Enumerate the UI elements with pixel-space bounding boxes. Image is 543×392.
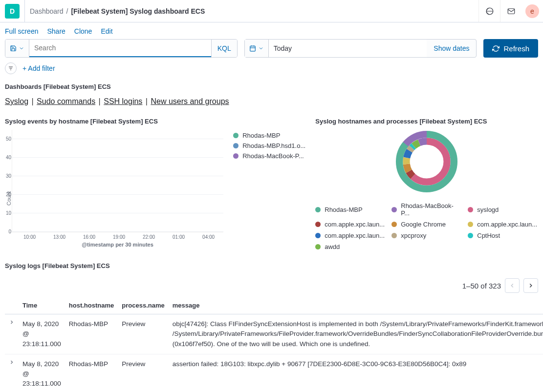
legend-item[interactable]: com.apple.xpc.laun...	[315, 221, 384, 228]
disk-icon	[10, 45, 17, 52]
app-icon[interactable]: D	[5, 4, 20, 19]
avatar[interactable]: e	[525, 4, 539, 18]
dashboard-menubar: Full screen Share Clone Edit	[0, 22, 543, 39]
page-title: [Filebeat System] Syslog dashboard ECS	[71, 7, 205, 15]
search-box: KQL	[5, 39, 238, 58]
legend-label: com.apple.xpc.laun...	[477, 221, 537, 228]
query-bar: KQL Today Show dates Refresh	[0, 39, 543, 62]
app-letter: D	[10, 7, 15, 15]
refresh-icon	[492, 45, 500, 52]
logs-panel-title: Syslog logs [Filebeat System] ECS	[5, 259, 538, 274]
swatch-icon	[468, 222, 473, 227]
newsfeed-icon[interactable]	[478, 0, 500, 22]
legend-label: syslogd	[477, 206, 499, 213]
calendar-icon	[249, 45, 256, 52]
pagination-label: 1–50 of 323	[462, 282, 501, 290]
swatch-icon	[391, 233, 397, 238]
svg-rect-2	[250, 46, 255, 51]
legend-item[interactable]: Rhodas-MBP.hsd1.o...	[233, 142, 305, 149]
col-time[interactable]: Time	[19, 297, 65, 314]
date-picker-button[interactable]	[245, 40, 269, 57]
date-box: Today Show dates	[244, 39, 477, 58]
next-page-button[interactable]	[523, 278, 538, 293]
nav-sudo[interactable]: Sudo commands	[37, 97, 95, 105]
chevron-down-icon	[258, 45, 264, 51]
donut-legend: Rhodas-MBPRhodas-MacBook-P...syslogdcom.…	[315, 202, 538, 250]
legend-label: com.apple.xpc.laun...	[325, 232, 385, 239]
show-dates-link[interactable]: Show dates	[427, 44, 476, 52]
legend-item[interactable]: Rhodas-MacBook-P...	[391, 202, 460, 217]
table-row: May 8, 2020 @ 23:18:11.000Rhodas-MBPPrev…	[5, 354, 543, 392]
mail-icon[interactable]	[500, 0, 521, 22]
kql-toggle[interactable]: KQL	[211, 40, 237, 57]
swatch-icon	[468, 233, 473, 238]
donut-chart[interactable]	[395, 130, 458, 193]
saved-query-button[interactable]	[5, 40, 29, 57]
refresh-button[interactable]: Refresh	[483, 39, 538, 58]
cell-time: May 8, 2020 @ 23:18:11.000	[19, 314, 65, 354]
nav-users[interactable]: New users and groups	[151, 97, 229, 105]
avatar-letter: e	[530, 7, 534, 15]
swatch-icon	[391, 222, 397, 227]
col-msg[interactable]: message	[169, 297, 543, 314]
swatch-icon	[315, 233, 321, 238]
clone-button[interactable]: Clone	[74, 27, 92, 35]
filter-options-icon[interactable]	[5, 62, 17, 74]
x-axis-label: @timestamp per 30 minutes	[12, 242, 223, 248]
dashboards-list-title: Dashboards [Filebeat System] ECS	[5, 80, 538, 95]
legend-item[interactable]: xpcproxy	[391, 232, 460, 239]
bar-chart[interactable]: 01020304050 10:0013:0016:0019:0022:0001:…	[12, 130, 223, 248]
cell-host: Rhodas-MBP	[65, 314, 118, 354]
x-ticks: 10:0013:0016:0019:0022:0001:0004:00	[12, 234, 223, 240]
legend-item[interactable]: CptHost	[468, 232, 536, 239]
col-host[interactable]: host.hostname	[65, 297, 118, 314]
legend-label: Rhodas-MBP	[325, 206, 362, 213]
expand-row-icon[interactable]	[9, 359, 15, 365]
cell-proc: Preview	[118, 354, 168, 392]
cell-msg: assertion failed: 18G103: libxpc.dylib +…	[169, 354, 543, 392]
legend-item[interactable]: Rhodas-MacBook-P...	[233, 152, 305, 160]
swatch-icon	[391, 207, 397, 212]
swatch-icon	[315, 244, 321, 249]
legend-label: CptHost	[477, 232, 500, 239]
col-proc[interactable]: process.name	[118, 297, 168, 314]
legend-label: Rhodas-MacBook-P...	[401, 202, 460, 217]
table-row: May 8, 2020 @ 23:18:11.000Rhodas-MBPPrev…	[5, 314, 543, 354]
legend-item[interactable]: awdd	[315, 243, 384, 250]
logs-table: Time host.hostname process.name message …	[5, 297, 543, 392]
top-actions: e	[478, 0, 543, 22]
dashboard-nav-links: Syslog | Sudo commands | SSH logins | Ne…	[5, 95, 538, 115]
swatch-icon	[233, 143, 239, 148]
chevron-down-icon	[19, 45, 24, 51]
cell-host: Rhodas-MBP	[65, 354, 118, 392]
bar-panel-title: Syslog events by hostname [Filebeat Syst…	[5, 115, 305, 130]
cell-msg: objc[47426]: Class FIFinderSyncExtension…	[169, 314, 543, 354]
date-value[interactable]: Today	[269, 40, 427, 57]
legend-item[interactable]: Google Chrome	[391, 221, 460, 228]
legend-item[interactable]: com.apple.xpc.laun...	[468, 221, 536, 228]
legend-item[interactable]: Rhodas-MBP	[315, 202, 384, 217]
breadcrumb-sep: /	[66, 7, 68, 15]
legend-item[interactable]: syslogd	[468, 202, 536, 217]
swatch-icon	[468, 207, 473, 212]
legend-label: Google Chrome	[401, 221, 446, 228]
expand-row-icon[interactable]	[9, 319, 15, 325]
nav-ssh[interactable]: SSH logins	[104, 97, 142, 105]
edit-button[interactable]: Edit	[101, 27, 112, 35]
legend-item[interactable]: Rhodas-MBP	[233, 132, 305, 139]
prev-page-button[interactable]	[505, 278, 520, 293]
legend-item[interactable]: com.apple.xpc.laun...	[315, 232, 384, 239]
cell-time: May 8, 2020 @ 23:18:11.000	[19, 354, 65, 392]
fullscreen-button[interactable]: Full screen	[5, 27, 38, 35]
chevron-left-icon	[509, 282, 516, 289]
add-filter-button[interactable]: + Add filter	[22, 64, 55, 72]
breadcrumb-root[interactable]: Dashboard	[30, 7, 64, 15]
bar-legend: Rhodas-MBPRhodas-MBP.hsd1.o...Rhodas-Mac…	[223, 130, 305, 248]
logs-pagination: 1–50 of 323	[5, 274, 538, 297]
nav-syslog[interactable]: Syslog	[5, 97, 28, 105]
search-input[interactable]	[29, 40, 211, 57]
swatch-icon	[315, 207, 321, 212]
refresh-label: Refresh	[503, 44, 529, 53]
swatch-icon	[315, 222, 321, 227]
share-button[interactable]: Share	[47, 27, 65, 35]
